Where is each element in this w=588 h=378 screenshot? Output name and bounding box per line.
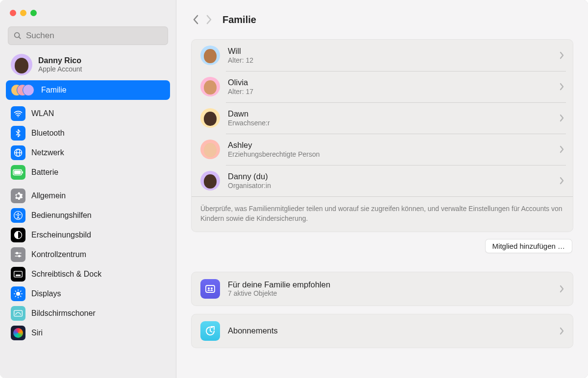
sidebar: Danny Rico Apple Account Familie WLAN: [0, 0, 176, 378]
svg-rect-7: [14, 170, 21, 174]
back-button[interactable]: [192, 14, 199, 25]
battery-icon: [11, 165, 25, 180]
search-icon: [13, 31, 22, 40]
member-name: Will: [228, 46, 552, 56]
svg-line-26: [21, 291, 21, 291]
member-subtitle: Erziehungsberechtigte Person: [228, 150, 552, 159]
forward-button[interactable]: [206, 14, 213, 25]
sidebar-item-label: Siri: [31, 329, 43, 337]
sidebar-item-screensaver[interactable]: Bildschirmschoner: [6, 304, 170, 323]
family-avatars-icon: [11, 82, 35, 98]
chevron-right-icon: [560, 145, 564, 153]
svg-point-29: [208, 287, 210, 289]
search-field[interactable]: [8, 26, 168, 45]
member-row[interactable]: Will Alter: 12: [192, 40, 573, 71]
accessibility-icon: [11, 208, 25, 223]
subscriptions-row[interactable]: Abonnements: [192, 314, 573, 348]
member-avatar: [200, 171, 220, 190]
sidebar-item-desktop-dock[interactable]: Schreibtisch & Dock: [6, 264, 170, 284]
member-avatar: [200, 46, 220, 65]
member-subtitle: Erwachsene:r: [228, 119, 552, 128]
member-avatar: [200, 108, 220, 128]
chevron-right-icon: [560, 285, 564, 293]
zoom-window-button[interactable]: [30, 10, 37, 16]
svg-rect-28: [206, 285, 215, 292]
subscriptions-card: Abonnements: [191, 314, 573, 348]
sidebar-item-account[interactable]: Danny Rico Apple Account: [0, 50, 176, 80]
bluetooth-icon: [11, 126, 25, 141]
sidebar-item-wlan[interactable]: WLAN: [6, 104, 170, 123]
member-avatar: [200, 140, 220, 159]
settings-window: Danny Rico Apple Account Familie WLAN: [0, 0, 588, 378]
sidebar-item-label: Kontrollzentrum: [31, 250, 86, 259]
sidebar-item-label: Allgemein: [31, 191, 66, 200]
recommended-subtitle: 7 aktive Objekte: [228, 289, 552, 298]
wifi-icon: [11, 106, 25, 121]
sidebar-item-siri[interactable]: Siri: [6, 323, 170, 343]
siri-icon: [11, 326, 25, 340]
member-row[interactable]: Ashley Erziehungsberechtigte Person: [192, 134, 573, 165]
svg-point-0: [15, 33, 20, 38]
svg-point-18: [17, 292, 20, 296]
svg-point-10: [18, 213, 19, 214]
sidebar-item-label: Netzwerk: [31, 148, 64, 157]
member-row[interactable]: Danny (du) Organisator:in: [192, 165, 573, 196]
svg-point-15: [19, 255, 20, 257]
sidebar-item-displays[interactable]: Displays: [6, 284, 170, 304]
dock-icon: [11, 267, 25, 282]
svg-point-13: [16, 252, 18, 254]
sidebar-item-battery[interactable]: Batterie: [6, 163, 170, 182]
member-name: Olivia: [228, 77, 552, 88]
brightness-icon: [11, 286, 25, 301]
member-row[interactable]: Olivia Alter: 17: [192, 71, 573, 102]
sidebar-item-general[interactable]: Allgemein: [6, 186, 170, 206]
svg-line-24: [21, 296, 21, 297]
sidebar-list: Familie WLAN Bluetooth Netzwerk: [0, 80, 176, 378]
sidebar-item-label: Bildschirmschoner: [31, 309, 96, 318]
content-pane: Familie Will Alter: 12 Olivia Alter: 1: [176, 0, 588, 378]
chevron-right-icon: [560, 83, 564, 91]
recommended-title: Für deine Familie empfohlen: [228, 280, 552, 290]
chevron-right-icon: [560, 177, 564, 185]
add-member-button[interactable]: Mitglied hinzufügen …: [485, 239, 572, 253]
recommended-row[interactable]: Für deine Familie empfohlen 7 aktive Obj…: [192, 272, 573, 306]
member-name: Dawn: [228, 109, 552, 119]
member-subtitle: Alter: 17: [228, 88, 552, 96]
sidebar-item-label: Familie: [41, 86, 67, 94]
sidebar-item-bluetooth[interactable]: Bluetooth: [6, 123, 170, 143]
close-window-button[interactable]: [10, 10, 16, 16]
sidebar-item-label: Displays: [31, 289, 61, 298]
sidebar-item-appearance[interactable]: Erscheinungsbild: [6, 225, 170, 245]
account-subtitle: Apple Account: [38, 65, 82, 73]
chevron-right-icon: [560, 114, 564, 122]
subscriptions-icon: [200, 321, 220, 341]
svg-line-25: [15, 296, 16, 297]
svg-rect-17: [16, 275, 21, 276]
sidebar-item-label: Bedienungshilfen: [31, 211, 92, 220]
page-title: Familie: [222, 14, 256, 25]
member-row[interactable]: Dawn Erwachsene:r: [192, 102, 573, 134]
content-header: Familie: [176, 0, 588, 39]
chevron-right-icon: [560, 327, 564, 335]
sidebar-item-network[interactable]: Netzwerk: [6, 143, 170, 163]
sidebar-item-label: Erscheinungsbild: [31, 231, 91, 239]
sidebar-item-label: Batterie: [31, 168, 58, 177]
svg-line-1: [19, 37, 21, 39]
chevron-right-icon: [560, 51, 564, 59]
account-name: Danny Rico: [38, 56, 82, 65]
minimize-window-button[interactable]: [20, 10, 26, 16]
sliders-icon: [11, 247, 25, 262]
member-name: Ashley: [228, 140, 552, 150]
sidebar-item-control-center[interactable]: Kontrollzentrum: [6, 245, 170, 264]
sidebar-item-family[interactable]: Familie: [6, 80, 170, 100]
svg-point-30: [211, 287, 213, 289]
svg-rect-16: [14, 271, 23, 277]
search-input[interactable]: [26, 31, 163, 41]
sidebar-item-label: Schreibtisch & Dock: [31, 270, 101, 279]
family-recommendations-icon: [200, 279, 220, 299]
sidebar-item-label: WLAN: [31, 109, 54, 118]
gear-icon: [11, 189, 25, 203]
member-avatar: [200, 77, 220, 96]
appearance-icon: [11, 228, 25, 242]
sidebar-item-accessibility[interactable]: Bedienungshilfen: [6, 206, 170, 225]
